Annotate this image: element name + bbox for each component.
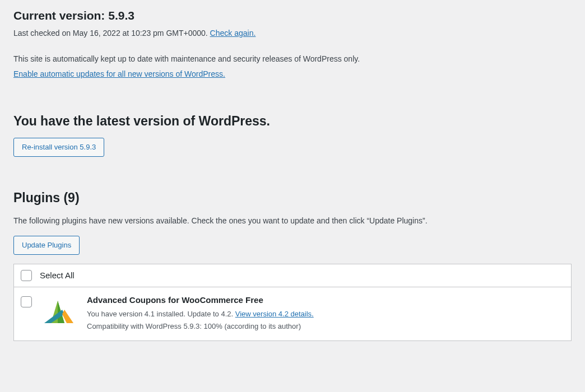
plugin-checkbox[interactable] <box>21 296 32 307</box>
check-again-link[interactable]: Check again. <box>210 29 256 38</box>
reinstall-button[interactable]: Re-install version 5.9.3 <box>13 138 104 157</box>
plugin-version-text: You have version 4.1 installed. Update t… <box>87 310 235 318</box>
plugins-table: Select All Advanced Coupons for WooComme… <box>13 264 572 341</box>
svg-marker-3 <box>62 310 73 323</box>
plugin-icon <box>40 295 76 331</box>
select-all-label: Select All <box>40 270 75 280</box>
plugins-table-header: Select All <box>14 264 571 287</box>
plugins-description: The following plugins have new versions … <box>13 214 572 227</box>
latest-version-heading: You have the latest version of WordPress… <box>13 114 572 129</box>
last-checked-label: Last checked on May 16, 2022 at 10:23 pm… <box>13 29 210 38</box>
last-checked-text: Last checked on May 16, 2022 at 10:23 pm… <box>13 27 572 39</box>
table-row: Advanced Coupons for WooCommerce Free Yo… <box>14 287 571 340</box>
plugin-version-line: You have version 4.1 installed. Update t… <box>87 308 564 320</box>
plugin-compatibility: Compatibility with WordPress 5.9.3: 100%… <box>87 320 564 333</box>
auto-update-info: This site is automatically kept up to da… <box>13 53 572 65</box>
plugin-title: Advanced Coupons for WooCommerce Free <box>87 295 564 305</box>
plugin-info: Advanced Coupons for WooCommerce Free Yo… <box>87 295 564 333</box>
update-plugins-button[interactable]: Update Plugins <box>13 236 80 255</box>
enable-auto-update-link[interactable]: Enable automatic updates for all new ver… <box>13 69 225 78</box>
enable-auto-update-wrap: Enable automatic updates for all new ver… <box>13 68 572 80</box>
plugin-details-link[interactable]: View version 4.2 details. <box>235 310 314 318</box>
plugins-heading: Plugins (9) <box>13 190 572 206</box>
select-all-checkbox[interactable] <box>21 270 32 281</box>
current-version-heading: Current version: 5.9.3 <box>13 9 572 22</box>
